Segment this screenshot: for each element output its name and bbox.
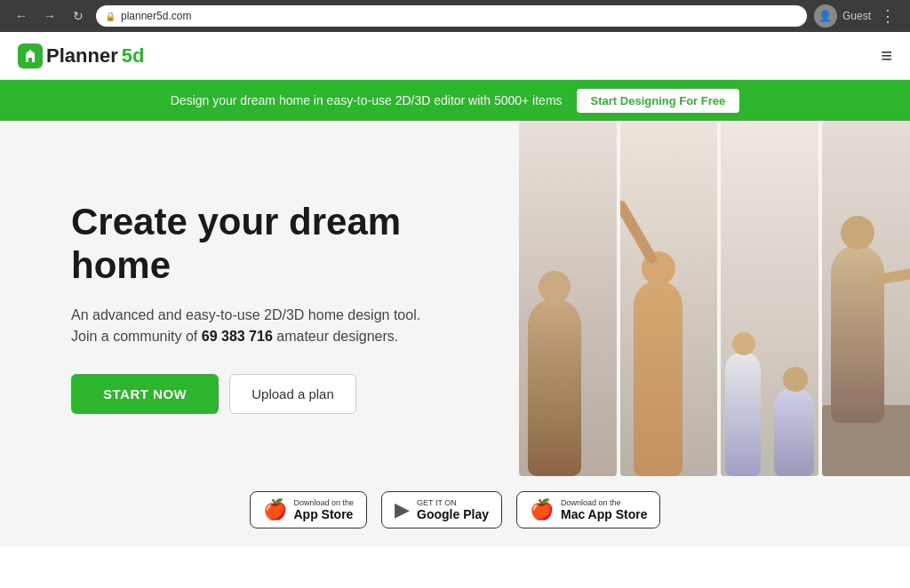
panel-content-1 xyxy=(519,121,617,476)
hamburger-menu[interactable]: ≡ xyxy=(881,44,892,68)
logo-suffix: 5d xyxy=(122,44,145,68)
hero-buttons: START NOW Upload a plan xyxy=(71,374,498,414)
app-store-large-text: App Store xyxy=(294,507,355,521)
community-count: 69 383 716 xyxy=(202,329,273,344)
url-text: planner5d.com xyxy=(121,10,191,22)
google-play-large-text: Google Play xyxy=(417,507,489,521)
forward-button[interactable]: → xyxy=(39,5,60,27)
google-play-icon: ▶ xyxy=(395,498,410,521)
mac-app-store-large-text: Mac App Store xyxy=(561,507,648,521)
app-store-badge[interactable]: 🍎 Download on the App Store xyxy=(250,491,368,528)
banner-cta-button[interactable]: Start Designing For Free xyxy=(577,89,740,113)
top-nav: Planner5d ≡ xyxy=(0,32,910,80)
google-play-small-text: GET IT ON xyxy=(417,498,489,507)
logo-icon xyxy=(18,44,43,68)
hero-subtitle: An advanced and easy-to-use 2D/3D home d… xyxy=(71,305,498,347)
app-store-small-text: Download on the xyxy=(294,498,355,507)
mac-app-store-text: Download on the Mac App Store xyxy=(561,498,648,521)
promo-banner: Design your dream home in easy-to-use 2D… xyxy=(0,80,910,121)
panel-content-4 xyxy=(822,121,911,476)
website-container: Planner5d ≡ Design your dream home in ea… xyxy=(0,32,910,588)
lock-icon: 🔒 xyxy=(105,12,116,21)
app-store-text: Download on the App Store xyxy=(294,498,355,521)
hero-section: Create your dream home An advanced and e… xyxy=(0,121,910,476)
google-play-badge[interactable]: ▶ GET IT ON Google Play xyxy=(381,491,502,528)
browser-menu-button[interactable]: ⋮ xyxy=(876,4,899,28)
account-button[interactable]: 👤 xyxy=(814,4,837,28)
panel-content-2 xyxy=(620,121,718,476)
back-button[interactable]: ← xyxy=(11,5,32,27)
app-badges-section: 🍎 Download on the App Store ▶ GET IT ON … xyxy=(0,476,910,547)
browser-chrome: ← → ↻ 🔒 planner5d.com 👤 Guest ⋮ xyxy=(0,0,910,32)
hero-title: Create your dream home xyxy=(71,201,498,287)
refresh-button[interactable]: ↻ xyxy=(68,5,89,27)
account-icon: 👤 xyxy=(818,10,832,22)
banner-text: Design your dream home in easy-to-use 2D… xyxy=(171,93,563,107)
address-bar[interactable]: 🔒 planner5d.com xyxy=(96,5,807,27)
upload-plan-button[interactable]: Upload a plan xyxy=(229,374,356,414)
account-label: Guest xyxy=(842,10,871,22)
hero-image-panels xyxy=(519,121,910,476)
start-now-button[interactable]: START NOW xyxy=(71,374,219,414)
panel-content-3 xyxy=(721,121,818,476)
image-panel-1 xyxy=(519,121,617,476)
image-panel-4 xyxy=(822,121,911,476)
mac-apple-icon: 🍎 xyxy=(530,498,554,521)
hero-content: Create your dream home An advanced and e… xyxy=(71,201,498,414)
apple-icon: 🍎 xyxy=(263,498,287,521)
logo[interactable]: Planner5d xyxy=(18,44,144,68)
subtitle-suffix: amateur designers. xyxy=(273,329,398,344)
mac-app-store-badge[interactable]: 🍎 Download on the Mac App Store xyxy=(516,491,661,528)
mac-app-store-small-text: Download on the xyxy=(561,498,648,507)
google-play-text: GET IT ON Google Play xyxy=(417,498,489,521)
browser-controls: 👤 Guest ⋮ xyxy=(814,4,899,28)
logo-text: Planner xyxy=(46,44,118,68)
image-panel-3 xyxy=(721,121,818,476)
image-panel-2 xyxy=(620,121,718,476)
